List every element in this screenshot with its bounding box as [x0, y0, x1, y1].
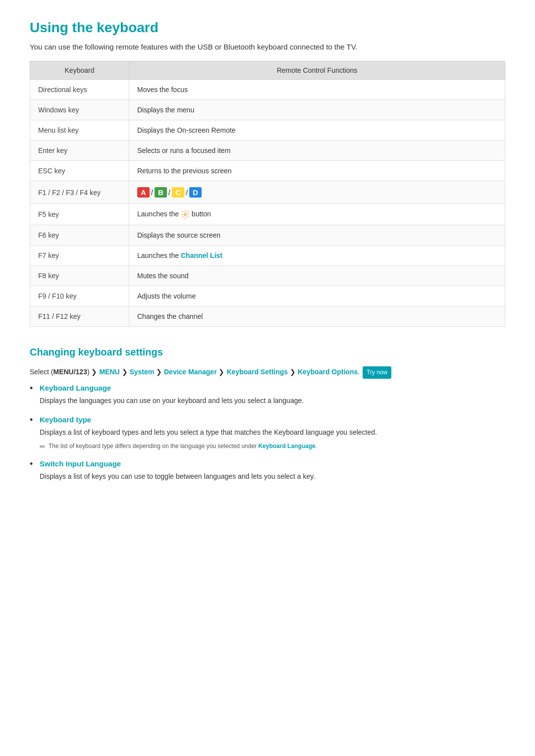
table-row: F5 keyLaunches the button	[30, 204, 505, 225]
keyboard-cell: F5 key	[30, 204, 129, 225]
settings-list-item: Keyboard typeDisplays a list of keyboard…	[30, 415, 505, 451]
nav-prefix: Select (	[30, 368, 53, 376]
settings-list: Keyboard LanguageDisplays the languages …	[30, 384, 505, 482]
svg-point-0	[184, 213, 187, 216]
table-row: F7 keyLaunches the Channel List	[30, 246, 505, 266]
nav-path: Select (MENU/123) ❯ MENU ❯ System ❯ Devi…	[30, 366, 505, 379]
keyboard-cell: F6 key	[30, 225, 129, 246]
function-cell: Launches the button	[129, 204, 505, 225]
keyboard-language-link[interactable]: Keyboard Language	[258, 443, 315, 450]
nav-system: System	[129, 368, 154, 376]
keyboard-cell: Windows key	[30, 100, 129, 120]
section2-title: Changing keyboard settings	[30, 347, 505, 358]
settings-list-item: Keyboard LanguageDisplays the languages …	[30, 384, 505, 406]
function-cell: Changes the channel	[129, 306, 505, 327]
function-cell: Displays the On-screen Remote	[129, 120, 505, 141]
table-row: F8 keyMutes the sound	[30, 266, 505, 286]
settings-item-title: Keyboard Language	[40, 384, 505, 392]
keyboard-cell: F9 / F10 key	[30, 286, 129, 306]
keyboard-cell: Menu list key	[30, 120, 129, 141]
gear-icon	[181, 210, 190, 219]
table-row: Windows keyDisplays the menu	[30, 100, 505, 120]
try-now-badge[interactable]: Try now	[363, 366, 391, 379]
keyboard-cell: F8 key	[30, 266, 129, 286]
page-title: Using the keyboard	[30, 20, 505, 36]
table-row: Enter keySelects or runs a focused item	[30, 141, 505, 161]
col-remote: Remote Control Functions	[129, 61, 505, 80]
table-row: Directional keysMoves the focus	[30, 80, 505, 100]
function-cell: Returns to the previous screen	[129, 161, 505, 181]
nav-close-paren: ) ❯	[87, 368, 99, 376]
settings-item-title: Keyboard type	[40, 415, 505, 424]
table-row: F6 keyDisplays the source screen	[30, 225, 505, 246]
settings-item-desc: Displays a list of keyboard types and le…	[40, 427, 505, 438]
table-row: F9 / F10 keyAdjusts the volume	[30, 286, 505, 306]
keyboard-cell: F7 key	[30, 246, 129, 266]
nav-keyboard-settings: Keyboard Settings	[226, 368, 288, 376]
keyboard-cell: Enter key	[30, 141, 129, 161]
settings-item-desc: Displays a list of keys you can use to t…	[40, 471, 505, 482]
table-row: Menu list keyDisplays the On-screen Remo…	[30, 120, 505, 141]
function-cell: Adjusts the volume	[129, 286, 505, 306]
key-c: C	[172, 187, 184, 198]
function-cell: Launches the Channel List	[129, 246, 505, 266]
function-cell: A / B / C / D	[129, 181, 505, 204]
table-row: ESC keyReturns to the previous screen	[30, 161, 505, 181]
settings-list-item: Switch Input LanguageDisplays a list of …	[30, 459, 505, 482]
nav-device-manager: Device Manager	[164, 368, 217, 376]
function-cell: Displays the source screen	[129, 225, 505, 246]
function-cell: Moves the focus	[129, 80, 505, 100]
launches-channel-text: Launches the	[137, 252, 181, 259]
launches-gear-text: Launches the	[137, 210, 181, 218]
nav-keyboard-options: Keyboard Options	[298, 368, 358, 376]
channel-list-link[interactable]: Channel List	[181, 252, 222, 259]
button-label: button	[190, 210, 211, 218]
note-text: The list of keyboard type differs depend…	[49, 443, 317, 450]
keyboard-cell: ESC key	[30, 161, 129, 181]
table-row: F11 / F12 keyChanges the channel	[30, 306, 505, 327]
pencil-icon: ✏	[40, 443, 46, 451]
key-d: D	[189, 187, 202, 198]
table-row: F1 / F2 / F3 / F4 key A / B / C / D	[30, 181, 505, 204]
colored-keys: A / B / C / D	[137, 187, 202, 198]
settings-item-title: Switch Input Language	[40, 459, 505, 468]
key-a: A	[137, 187, 150, 198]
settings-item-note: ✏The list of keyboard type differs depen…	[40, 443, 505, 451]
nav-menu: MENU	[99, 368, 119, 376]
function-cell: Displays the menu	[129, 100, 505, 120]
keyboard-cell: F11 / F12 key	[30, 306, 129, 327]
keyboard-cell: Directional keys	[30, 80, 129, 100]
function-cell: Selects or runs a focused item	[129, 141, 505, 161]
settings-item-desc: Displays the languages you can use on yo…	[40, 395, 505, 406]
nav-menu123: MENU/123	[53, 368, 87, 376]
col-keyboard: Keyboard	[30, 61, 129, 80]
intro-text: You can use the following remote feature…	[30, 43, 505, 51]
keyboard-cell: F1 / F2 / F3 / F4 key	[30, 181, 129, 204]
key-b: B	[155, 187, 167, 198]
function-cell: Mutes the sound	[129, 266, 505, 286]
keyboard-table: Keyboard Remote Control Functions Direct…	[30, 61, 505, 327]
